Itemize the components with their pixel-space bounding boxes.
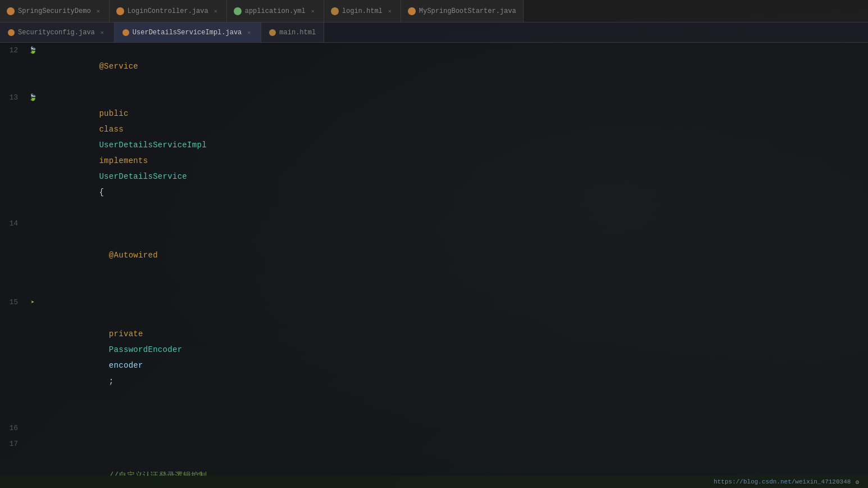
tab-label: main.html (279, 29, 316, 37)
gutter-13: 🍃 (27, 90, 38, 106)
tab-userdetails-impl[interactable]: UserDetailsServiceImpl.java ✕ (115, 22, 261, 42)
code-editor[interactable]: 12 🍃 @Service 13 🍃 public (0, 43, 868, 476)
code-text: public class UserDetailsServiceImpl impl… (38, 90, 868, 216)
tab-login-controller[interactable]: LoginController.java ✕ (110, 0, 227, 22)
tab-close-icon[interactable]: ✕ (245, 28, 253, 37)
leaf-icon: 🍃 (29, 90, 37, 106)
tab-login-html[interactable]: login.html ✕ (324, 0, 401, 22)
line-number: 17 (0, 436, 27, 452)
java-icon (8, 29, 15, 36)
line-number: 12 (0, 43, 27, 58)
line-number: 13 (0, 90, 27, 106)
html-icon (331, 7, 339, 15)
tab-bar-primary: SpringSecurityDemo ✕ LoginController.jav… (0, 0, 868, 22)
blog-url[interactable]: https://blog.csdn.net/weixin_47120348 (714, 478, 851, 485)
tab-myspring[interactable]: MySpringBootStarter.java (401, 0, 524, 22)
tab-label: UserDetailsServiceImpl.java (133, 29, 242, 37)
code-content: 12 🍃 @Service 13 🍃 public (0, 43, 868, 476)
table-row: 17 //自定义认证登录逻辑控制 (0, 436, 868, 476)
code-text: //自定义认证登录逻辑控制 (38, 436, 868, 476)
ide-container: SpringSecurityDemo ✕ LoginController.jav… (0, 0, 868, 488)
java-icon (116, 7, 124, 15)
tab-close-icon[interactable]: ✕ (212, 7, 220, 16)
line-number: 16 (0, 421, 27, 436)
tab-close-icon[interactable]: ✕ (309, 7, 317, 16)
tab-label: Securityconfig.java (18, 29, 95, 37)
tab-close-icon[interactable]: ✕ (386, 7, 394, 16)
gutter-12: 🍃 (27, 43, 38, 58)
tab-label: LoginController.java (128, 7, 208, 15)
tab-spring[interactable]: SpringSecurityDemo ✕ (0, 0, 110, 22)
tab-securityconfig[interactable]: Securityconfig.java ✕ (0, 22, 115, 42)
tab-main-html[interactable]: main.html (261, 22, 324, 42)
status-bar: https://blog.csdn.net/weixin_47120348 ⚙ (0, 476, 868, 488)
gear-icon[interactable]: ⚙ (855, 478, 859, 486)
tab-close-icon[interactable]: ✕ (94, 7, 102, 16)
java-icon (408, 7, 416, 15)
table-row: 13 🍃 public class UserDetailsServiceImpl… (0, 90, 868, 216)
gutter-15: ➤ (27, 295, 38, 310)
code-text: @Service (38, 43, 868, 90)
code-text: private PasswordEncoder encoder ; (38, 295, 868, 421)
tab-bar-secondary: Securityconfig.java ✕ UserDetailsService… (0, 22, 868, 43)
table-row: 12 🍃 @Service (0, 43, 868, 90)
tab-label: SpringSecurityDemo (18, 7, 91, 15)
line-number: 14 (0, 216, 27, 232)
code-lines: 12 🍃 @Service 13 🍃 public (0, 43, 868, 476)
tab-label: login.html (342, 7, 383, 15)
html-icon (269, 29, 276, 36)
leaf-icon: 🍃 (29, 43, 37, 58)
table-row: 16 (0, 421, 868, 436)
tab-label: application.yml (245, 7, 306, 15)
table-row: 14 @Autowired (0, 216, 868, 295)
tab-label: MySpringBootStarter.java (419, 7, 516, 15)
tab-application-yml[interactable]: application.yml ✕ (227, 0, 324, 22)
line-number: 15 (0, 295, 27, 310)
yml-icon (234, 7, 242, 15)
java-icon (7, 7, 15, 15)
code-text: @Autowired (38, 216, 868, 295)
tab-close-icon[interactable]: ✕ (98, 28, 106, 37)
table-row: 15 ➤ private PasswordEncoder encoder ; (0, 295, 868, 421)
java-icon (122, 29, 129, 36)
arrow-icon: ➤ (31, 295, 35, 310)
